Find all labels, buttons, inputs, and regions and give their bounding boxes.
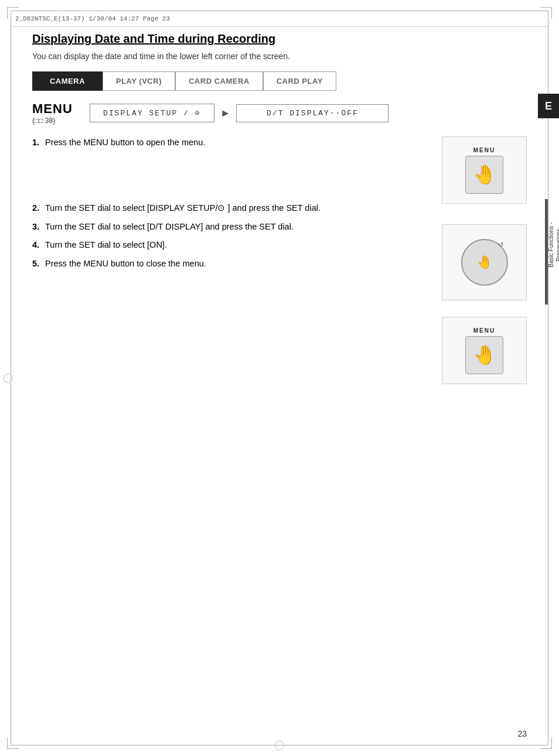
instruction-3: 3. Turn the SET dial to select [D/T DISP… [32,221,410,234]
instructions-section: MENU 🤚 ↺ 🤚 MENU 🤚 1. Press the MENU butt… [32,136,527,271]
corner-bl [7,737,19,749]
instr-num-2: 2. [32,202,45,215]
menu-word: MENU [32,101,73,117]
menu-section: MENU (□□ 38) DISPLAY SETUP / ⊙ ► D/T DIS… [32,101,527,125]
instr-num-5: 5. [32,258,45,271]
side-label-line2: Preparations [555,228,559,262]
left-circle-mark [4,374,13,383]
side-label: Basic Functions - Preparations [547,223,558,268]
tab-e: E [538,94,559,118]
header-bar: 2_D82NTSC_E(13-37) 1/30/04 14:27 Page 23 [11,11,548,27]
instr-num-3: 3. [32,221,45,234]
menu-label-img-bottom: MENU [473,327,495,334]
instruction-1: 1. Press the MENU button to open the men… [32,136,410,149]
corner-tl [7,7,19,19]
bottom-circle-mark [275,741,284,750]
main-content: Displaying Date and Time during Recordin… [32,32,527,276]
page-number: 23 [517,729,527,738]
instr-text-2: Turn the SET dial to select [DISPLAY SET… [45,202,410,215]
instr-text-5: Press the MENU button to close the menu. [45,258,410,271]
instr-num-4: 4. [32,239,45,252]
tab-camera[interactable]: CAMERA [32,71,103,91]
instruction-5: 5. Press the MENU button to close the me… [32,258,410,271]
corner-tr [540,7,552,19]
subtitle: You can display the date and time in the… [32,52,527,61]
instr-text-1: Press the MENU button to open the menu. [45,136,410,149]
menu-ref: (□□ 38) [32,117,55,125]
hand-press-icon-top: 🤚 [465,156,503,194]
menu-label-block: MENU (□□ 38) [32,101,79,125]
tab-card-camera[interactable]: CARD CAMERA [175,71,263,91]
instruction-2: 2. Turn the SET dial to select [DISPLAY … [32,202,410,215]
arrow-right: ► [220,107,231,119]
page-title: Displaying Date and Time during Recordin… [32,32,527,46]
mode-tabs: CAMERA PLAY (VCR) CARD CAMERA CARD PLAY [32,71,527,91]
instr-text-4: Turn the SET dial to select [ON]. [45,239,410,252]
spacer-1 [32,155,410,202]
header-text: 2_D82NTSC_E(13-37) 1/30/04 14:27 Page 23 [15,15,170,22]
display-setup-box: DISPLAY SETUP / ⊙ [90,104,214,122]
menu-button-image-top: MENU 🤚 [442,136,527,204]
tab-play-vcr[interactable]: PLAY (VCR) [103,71,175,91]
instructions-list: 1. Press the MENU button to open the men… [32,136,410,271]
corner-br [540,737,552,749]
hand-press-icon-bottom: 🤚 [465,336,503,374]
set-dial-image: ↺ 🤚 [442,224,527,300]
instr-text-3: Turn the SET dial to select [D/T DISPLAY… [45,221,410,234]
menu-label-img-top: MENU [473,147,495,153]
instr-num-1: 1. [32,136,45,149]
menu-button-image-bottom: MENU 🤚 [442,317,527,384]
dt-display-box: D/T DISPLAY··OFF [236,104,388,122]
instruction-4: 4. Turn the SET dial to select [ON]. [32,239,410,252]
side-label-line1: Basic Functions - [548,223,554,268]
tab-card-play[interactable]: CARD PLAY [263,71,336,91]
set-dial-circle: ↺ 🤚 [461,239,508,286]
